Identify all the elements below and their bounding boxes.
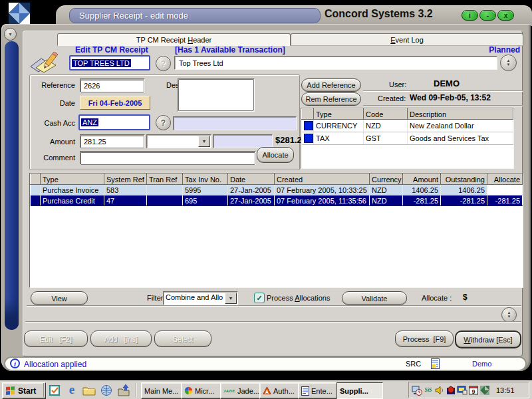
txn-col-outstanding[interactable]: Outstanding bbox=[441, 174, 487, 185]
transaction-row-selected[interactable]: Purchase Credit 47 695 27-Jan-2005 07 Fe… bbox=[31, 196, 523, 206]
reference-row[interactable]: TAX GST Goods and Services Tax bbox=[302, 132, 513, 145]
supplier-spinner[interactable]: ▲▼ bbox=[500, 55, 517, 71]
process-allocations-checkbox[interactable]: ✓ bbox=[254, 293, 265, 303]
txn-col-amount[interactable]: Amount bbox=[403, 174, 441, 185]
dropdown-arrow-button[interactable]: ▼ bbox=[198, 136, 210, 147]
view-button[interactable]: View bbox=[31, 291, 88, 305]
amount-currency-dropdown[interactable]: ▼ bbox=[146, 134, 211, 148]
spinner-down-icon: ▼ bbox=[507, 63, 511, 66]
info-status-icon: i bbox=[10, 358, 20, 368]
taskbar-window-main-menu[interactable]: Main Me... bbox=[141, 382, 186, 399]
txn-col-system-ref[interactable]: System Ref bbox=[104, 174, 147, 185]
supplier-name-field[interactable]: Top Trees Ltd bbox=[174, 56, 497, 70]
taskbar-window-supplier[interactable]: Suppli... bbox=[336, 382, 383, 399]
window-title: Supplier Receipt - edit mode bbox=[79, 11, 188, 21]
reference-label: Reference bbox=[20, 81, 75, 89]
quicklaunch-notes-icon[interactable] bbox=[48, 384, 61, 397]
tab-receipt-header[interactable]: TP CM Receipt Header bbox=[57, 33, 291, 46]
tray-scheduler-icon[interactable] bbox=[412, 385, 422, 396]
add-button: Add[Ins] bbox=[90, 331, 152, 347]
txn-col-date[interactable]: Date bbox=[228, 174, 275, 185]
cash-acc-value: ANZ bbox=[81, 118, 98, 126]
ref-col-type[interactable]: Type bbox=[314, 109, 364, 120]
txn-col-currency[interactable]: Currency bbox=[370, 174, 403, 185]
quicklaunch-ie-icon[interactable]: e bbox=[65, 382, 78, 397]
descrip-textarea[interactable] bbox=[178, 78, 255, 112]
tab-event-log[interactable]: Event Log bbox=[291, 33, 523, 46]
tray-display-icon[interactable] bbox=[457, 385, 467, 396]
minimize-button[interactable]: - bbox=[479, 10, 496, 21]
status-planned: Planned bbox=[459, 45, 520, 55]
select-button: Select bbox=[154, 331, 211, 347]
ref-col-code[interactable]: Code bbox=[364, 109, 408, 120]
allocate-currency-symbol: $ bbox=[463, 293, 467, 302]
cash-acc-help-button[interactable]: ? bbox=[156, 115, 171, 130]
document-icon bbox=[301, 386, 309, 396]
tray-jade-pinwheel-icon[interactable] bbox=[479, 385, 490, 396]
divider bbox=[27, 305, 521, 307]
panel-expand-spinner[interactable]: ▲▼ bbox=[501, 307, 517, 323]
quicklaunch-folder-icon[interactable] bbox=[82, 384, 96, 397]
filter-label: Filter bbox=[147, 294, 163, 302]
mode-label: Edit TP CM Receipt bbox=[75, 45, 148, 55]
txn-col-allocate[interactable]: Allocate bbox=[487, 174, 523, 185]
edit-button: Edit[F2] bbox=[24, 331, 88, 347]
created-value: Wed 09-Feb-05, 13:52 bbox=[410, 93, 491, 102]
taskbar-window-jade[interactable]: JADE Jade... bbox=[220, 382, 264, 399]
allocate-total-label: Allocate : bbox=[422, 294, 452, 302]
reference-row[interactable]: CURRENCY NZD New Zealand Dollar bbox=[302, 120, 513, 132]
tray-agent-icon[interactable] bbox=[446, 385, 456, 396]
process-button[interactable]: Process[F9] bbox=[395, 331, 454, 347]
ref-col-description[interactable]: Description bbox=[408, 109, 513, 120]
txn-col-tran-ref[interactable]: Tran Ref bbox=[147, 174, 183, 185]
date-label: Date bbox=[20, 99, 75, 107]
taskbar-window-enterprise[interactable]: Ente... bbox=[298, 382, 341, 399]
date-button[interactable]: Fri 04-Feb-2005 bbox=[80, 96, 150, 110]
tab-label: TP CM Receipt bbox=[136, 36, 188, 44]
status-message: Allocation applied bbox=[24, 360, 86, 369]
src-document-icon[interactable] bbox=[431, 358, 440, 369]
tray-sis-icon[interactable]: SiS bbox=[423, 387, 434, 393]
src-label: SRC bbox=[406, 360, 421, 368]
pinwheel-icon bbox=[184, 386, 193, 395]
transactions-table: Type System Ref Tran Ref Tax Inv No. Dat… bbox=[29, 173, 523, 288]
reference-table: Type Code Description CURRENCY NZD New Z… bbox=[301, 108, 514, 169]
quicklaunch-globe-icon[interactable] bbox=[100, 384, 113, 397]
withdraw-button[interactable]: Withdraw [Esc] bbox=[455, 331, 521, 348]
txn-col-type[interactable]: Type bbox=[41, 174, 104, 185]
divider bbox=[363, 90, 523, 92]
amount-input[interactable] bbox=[80, 134, 145, 148]
start-button[interactable]: Start bbox=[2, 382, 46, 399]
cash-acc-input[interactable]: ANZ bbox=[78, 114, 150, 130]
reference-input[interactable] bbox=[80, 78, 145, 92]
row-marker-icon bbox=[304, 134, 313, 143]
transaction-row[interactable]: Purchase Invoice 583 5995 27-Jan-2005 07… bbox=[31, 185, 523, 196]
supplier-code-input[interactable]: TOP TREES LTD bbox=[69, 55, 150, 70]
cash-acc-label: Cash Acc bbox=[20, 119, 75, 127]
filter-dropdown[interactable]: Combine and Allo ▼ bbox=[163, 291, 238, 305]
close-button[interactable]: x bbox=[497, 10, 514, 21]
info-window-button[interactable]: i bbox=[462, 10, 478, 21]
tray-clock[interactable]: 13:51 bbox=[496, 386, 515, 394]
rem-reference-button[interactable]: Rem Reference bbox=[301, 92, 361, 106]
supplier-code-value: TOP TREES LTD bbox=[72, 59, 131, 67]
taskbar-window-microsoft[interactable]: Micr... bbox=[181, 382, 225, 399]
dropdown-arrow-button[interactable]: ▼ bbox=[225, 293, 237, 304]
process-allocations-label: Process Allocations bbox=[267, 294, 330, 302]
corner-menu-button[interactable]: ▼ bbox=[4, 28, 17, 41]
comment-input[interactable] bbox=[80, 151, 256, 165]
quicklaunch-send-icon[interactable] bbox=[117, 384, 130, 397]
help-icon: ? bbox=[161, 118, 166, 128]
tray-volume-icon[interactable] bbox=[434, 385, 445, 396]
txn-col-tax-inv[interactable]: Tax Inv No. bbox=[183, 174, 228, 185]
taskbar-window-auth[interactable]: A Auth... bbox=[259, 382, 303, 399]
add-reference-button[interactable]: Add Reference bbox=[301, 78, 361, 92]
taskbar-separator bbox=[43, 383, 45, 397]
tray-calendar-icon[interactable]: 9 bbox=[468, 385, 479, 396]
txn-col-created[interactable]: Created bbox=[275, 174, 370, 185]
validate-button[interactable]: Validate bbox=[342, 291, 407, 305]
comment-label: Comment bbox=[20, 154, 75, 162]
allocate-button[interactable]: Allocate bbox=[257, 147, 294, 163]
user-label: User: bbox=[389, 80, 406, 88]
cash-acc-name-field bbox=[173, 116, 297, 130]
